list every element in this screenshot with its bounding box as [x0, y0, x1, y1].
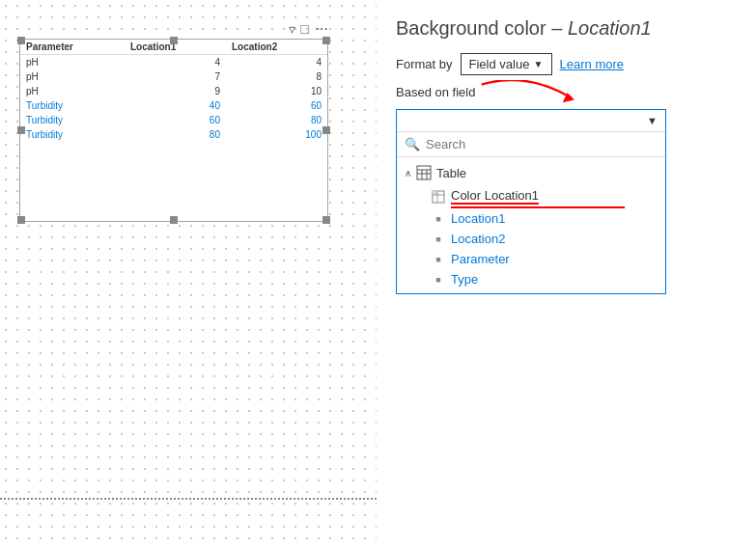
field-parameter-icon: ■: [432, 253, 445, 266]
col-header-location2: Location2: [226, 40, 327, 55]
table-row: pH 9 10: [20, 84, 327, 98]
table-row: Turbidity 80 100: [20, 127, 327, 142]
table-row: Turbidity 40 60: [20, 98, 327, 113]
svg-rect-1: [417, 166, 431, 179]
group-chevron-icon: ∧: [405, 168, 411, 178]
panel-title-prefix: Background color –: [396, 17, 568, 39]
format-by-row: Format by Field value ▼ Learn more: [396, 53, 737, 75]
dotted-separator: [0, 498, 377, 500]
field-group-label: Table: [436, 166, 466, 180]
field-location2-label: Location2: [451, 232, 505, 246]
resize-handle-bot-left[interactable]: [17, 216, 25, 224]
search-icon: 🔍: [405, 137, 420, 151]
resize-handle-top-mid[interactable]: [170, 37, 178, 44]
field-location1-label: Location1: [451, 211, 505, 226]
field-item-color-location1[interactable]: Color Location1: [424, 184, 665, 208]
canvas-area: ▿ □ ⋯ Parameter Location1 Location2 pH: [0, 0, 377, 548]
more-icon[interactable]: ⋯: [315, 21, 328, 37]
table-row: pH 7 8: [20, 69, 327, 84]
field-location1-icon: ■: [432, 212, 445, 226]
learn-more-link[interactable]: Learn more: [560, 57, 624, 71]
resize-handle-top-right[interactable]: [322, 37, 330, 44]
field-selector-trigger[interactable]: ▼: [397, 110, 665, 132]
search-box: 🔍: [397, 132, 665, 157]
field-parameter-label: Parameter: [451, 252, 510, 266]
resize-handle-top-left[interactable]: [17, 37, 25, 44]
col-header-parameter: Parameter: [20, 40, 125, 55]
field-list: ∧ Table: [397, 157, 665, 293]
filter-icon[interactable]: ▿: [289, 21, 295, 37]
color-location1-underline: [451, 206, 625, 208]
resize-handle-bot-mid[interactable]: [170, 216, 178, 224]
dropdown-arrow-icon: ▼: [534, 59, 544, 69]
field-value-dropdown[interactable]: Field value ▼: [461, 53, 552, 75]
selector-dropdown-arrow-icon: ▼: [647, 115, 658, 126]
resize-handle-mid-left[interactable]: [17, 126, 25, 134]
field-item-location1[interactable]: ■ Location1: [424, 208, 665, 229]
field-location2-icon: ■: [432, 233, 445, 246]
table-row: pH 4 4: [20, 55, 327, 70]
field-type-icon: ■: [432, 273, 445, 287]
right-panel: Background color – Location1 Format by F…: [377, 0, 756, 548]
field-item-parameter[interactable]: ■ Parameter: [424, 249, 665, 269]
format-by-label: Format by: [396, 57, 453, 71]
field-value-label: Field value: [469, 57, 530, 71]
svg-rect-7: [433, 191, 437, 195]
field-item-location2[interactable]: ■ Location2: [424, 229, 665, 249]
field-color-icon: [432, 190, 445, 204]
field-group-table[interactable]: ∧ Table: [397, 161, 665, 184]
panel-title-italic: Location1: [568, 17, 652, 39]
field-items: Color Location1 ■ Location1 ■ Location2 …: [397, 184, 665, 289]
table-row: Turbidity 60 80: [20, 113, 327, 127]
based-on-field-label: Based on field: [396, 85, 737, 99]
search-input[interactable]: [426, 137, 658, 151]
field-selector[interactable]: ▼ 🔍 ∧ Table: [396, 109, 666, 294]
field-type-label: Type: [451, 272, 478, 287]
widget-toolbar: ▿ □ ⋯: [19, 21, 328, 37]
resize-handle-bot-right[interactable]: [322, 216, 330, 224]
panel-title: Background color – Location1: [396, 17, 737, 40]
expand-icon[interactable]: □: [301, 21, 309, 37]
field-item-type[interactable]: ■ Type: [424, 269, 665, 289]
table-widget: Parameter Location1 Location2 pH 4 4 pH …: [19, 39, 328, 222]
resize-handle-mid-right[interactable]: [322, 126, 330, 134]
data-table: Parameter Location1 Location2 pH 4 4 pH …: [20, 40, 327, 142]
table-icon: [416, 165, 432, 180]
color-location1-label: Color Location1: [451, 188, 539, 205]
